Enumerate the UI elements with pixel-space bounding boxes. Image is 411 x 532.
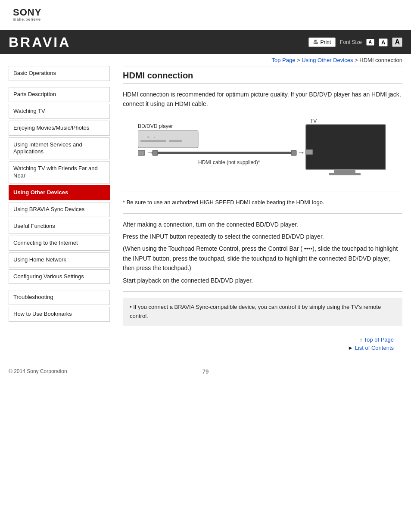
breadcrumb: Top Page > Using Other Devices > HDMI co… <box>0 54 411 66</box>
step-4: Start playback on the connected BD/DVD p… <box>123 276 402 285</box>
hdmi-diagram: BD/DVD player .... = . - → → <box>138 116 388 183</box>
header-bar: BRAVIA 🖶 Print Font Size A A A <box>0 30 411 54</box>
breadcrumb-using-other-devices[interactable]: Using Other Devices <box>302 57 353 63</box>
bottom-links: ↑ Top of Page ► List of Contents <box>123 332 402 355</box>
intro-text: HDMI connection is recommended for optim… <box>123 90 402 109</box>
sony-tagline: make.believe <box>13 17 398 22</box>
svg-text:BD/DVD player: BD/DVD player <box>138 123 173 129</box>
page-number: 79 <box>202 368 209 375</box>
top-of-page-arrow: ↑ <box>360 336 364 343</box>
sidebar-item-using-bravia-sync[interactable]: Using BRAVIA Sync Devices <box>9 202 110 217</box>
sidebar-item-watching-tv[interactable]: Watching TV <box>9 104 110 119</box>
step-1: After making a connection, turn on the c… <box>123 220 402 229</box>
sidebar-item-enjoying-movies[interactable]: Enjoying Movies/Music/Photos <box>9 121 110 136</box>
svg-rect-3 <box>140 140 166 142</box>
content-title-area: HDMI connection <box>123 66 402 84</box>
font-size-small-button[interactable]: A <box>366 39 374 46</box>
sidebar-item-connecting-internet[interactable]: Connecting to the Internet <box>9 236 110 251</box>
svg-rect-1 <box>138 131 198 148</box>
top-of-page-link[interactable]: Top of Page <box>364 336 394 343</box>
breadcrumb-top-page[interactable]: Top Page <box>271 57 295 63</box>
print-icon: 🖶 <box>313 39 318 45</box>
logo-area: SONY make.believe <box>0 0 411 26</box>
sidebar-item-how-to-use-bookmarks[interactable]: How to Use Bookmarks <box>9 307 110 322</box>
svg-text:TV: TV <box>310 118 317 124</box>
font-size-large-button[interactable]: A <box>392 37 402 47</box>
font-size-medium-button[interactable]: A <box>379 38 388 47</box>
sidebar-item-parts-description[interactable]: Parts Description <box>9 87 110 102</box>
breadcrumb-current: HDMI connection <box>359 57 402 63</box>
step-list: After making a connection, turn on the c… <box>123 220 402 285</box>
step-2: Press the INPUT button repeatedly to sel… <box>123 232 402 241</box>
sidebar-item-watching-tv-friends[interactable]: Watching TV with Friends Far and Near <box>9 161 110 184</box>
page-title: HDMI connection <box>123 71 402 84</box>
sidebar-item-useful-functions[interactable]: Useful Functions <box>9 219 110 234</box>
sidebar-item-basic-operations[interactable]: Basic Operations <box>9 66 110 81</box>
print-button[interactable]: 🖶 Print <box>308 37 336 47</box>
list-of-contents-arrow: ► <box>348 345 355 351</box>
svg-rect-15 <box>334 170 355 173</box>
svg-rect-13 <box>306 124 386 170</box>
svg-rect-8 <box>153 150 158 156</box>
sidebar-item-using-home-network[interactable]: Using Home Network <box>9 252 110 268</box>
main-layout: Basic Operations Parts Description Watch… <box>0 66 411 355</box>
svg-rect-7 <box>155 152 293 154</box>
tip-text: • If you connect a BRAVIA Sync-compatibl… <box>130 304 381 319</box>
sidebar-item-troubleshooting[interactable]: Troubleshooting <box>9 290 110 305</box>
sidebar-item-using-other-devices[interactable]: Using Other Devices <box>9 185 110 200</box>
svg-rect-16 <box>329 173 361 175</box>
svg-rect-4 <box>169 140 182 142</box>
section-divider-2 <box>123 213 402 214</box>
font-size-label: Font Size <box>340 39 362 45</box>
step-3: (When using the Touchpad Remote Control,… <box>123 244 402 273</box>
sidebar-item-configuring-settings[interactable]: Configuring Various Settings <box>9 269 110 284</box>
section-divider-1 <box>123 192 402 192</box>
svg-text:HDMI cable (not supplied)*: HDMI cable (not supplied)* <box>198 159 260 165</box>
svg-rect-9 <box>291 150 296 156</box>
svg-text:.... = . -: .... = . - <box>140 135 156 139</box>
tip-box: • If you connect a BRAVIA Sync-compatibl… <box>123 298 402 326</box>
sidebar-item-using-internet[interactable]: Using Internet Services and Applications <box>9 137 110 160</box>
svg-rect-14 <box>306 149 313 155</box>
svg-text:→: → <box>297 148 305 157</box>
sony-logo: SONY <box>13 8 398 17</box>
section-divider-3 <box>123 291 402 292</box>
svg-rect-5 <box>138 150 145 156</box>
header-controls: 🖶 Print Font Size A A A <box>308 37 402 47</box>
note-text: * Be sure to use an authorized HIGH SPEE… <box>123 198 402 207</box>
bravia-title: BRAVIA <box>9 34 71 50</box>
list-of-contents-link[interactable]: List of Contents <box>355 345 394 351</box>
diagram-area: BD/DVD player .... = . - → → <box>123 116 402 185</box>
content-area: HDMI connection HDMI connection is recom… <box>114 66 402 355</box>
sidebar: Basic Operations Parts Description Watch… <box>9 66 114 355</box>
